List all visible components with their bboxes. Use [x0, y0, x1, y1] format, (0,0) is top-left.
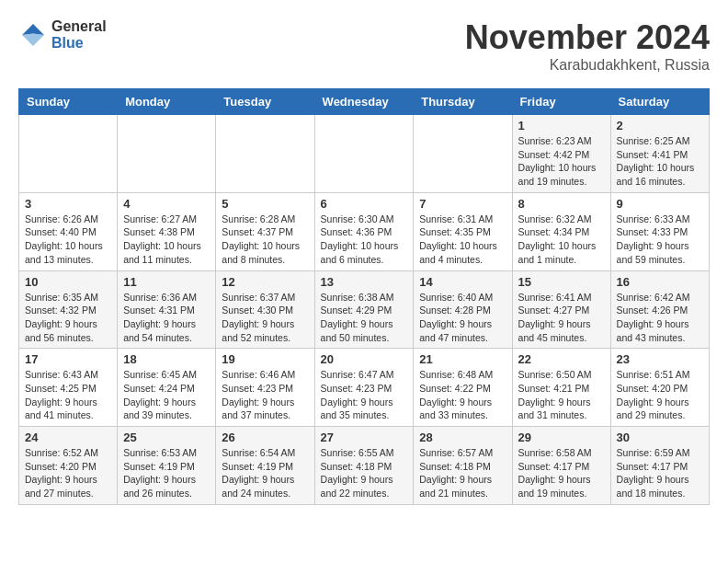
day-detail: Sunrise: 6:51 AM Sunset: 4:20 PM Dayligh… [617, 368, 703, 422]
day-detail: Sunrise: 6:42 AM Sunset: 4:26 PM Dayligh… [617, 291, 703, 345]
day-number: 26 [222, 431, 308, 444]
day-detail: Sunrise: 6:33 AM Sunset: 4:33 PM Dayligh… [617, 213, 703, 267]
calendar-cell: 30Sunrise: 6:59 AM Sunset: 4:17 PM Dayli… [610, 427, 709, 505]
day-detail: Sunrise: 6:35 AM Sunset: 4:32 PM Dayligh… [25, 291, 111, 345]
day-number: 5 [222, 197, 308, 211]
day-detail: Sunrise: 6:47 AM Sunset: 4:23 PM Dayligh… [321, 368, 408, 422]
day-number: 12 [222, 275, 308, 289]
day-number: 1 [518, 119, 605, 132]
calendar-header-sunday: Sunday [19, 89, 118, 115]
calendar-cell: 6Sunrise: 6:30 AM Sunset: 4:36 PM Daylig… [314, 192, 414, 270]
day-detail: Sunrise: 6:57 AM Sunset: 4:18 PM Dayligh… [419, 446, 506, 500]
day-detail: Sunrise: 6:30 AM Sunset: 4:36 PM Dayligh… [321, 213, 408, 267]
calendar-cell: 13Sunrise: 6:38 AM Sunset: 4:29 PM Dayli… [314, 270, 414, 349]
logo-general-label: General [51, 18, 107, 35]
calendar-cell: 25Sunrise: 6:53 AM Sunset: 4:19 PM Dayli… [118, 427, 216, 505]
day-detail: Sunrise: 6:48 AM Sunset: 4:22 PM Dayligh… [419, 368, 506, 422]
calendar-cell: 23Sunrise: 6:51 AM Sunset: 4:20 PM Dayli… [610, 349, 709, 427]
day-detail: Sunrise: 6:28 AM Sunset: 4:37 PM Dayligh… [222, 213, 308, 267]
day-number: 15 [518, 275, 605, 289]
day-detail: Sunrise: 6:26 AM Sunset: 4:40 PM Dayligh… [25, 213, 111, 267]
day-number: 20 [321, 352, 408, 366]
calendar-cell: 16Sunrise: 6:42 AM Sunset: 4:26 PM Dayli… [610, 270, 709, 349]
day-number: 18 [123, 352, 210, 366]
day-detail: Sunrise: 6:59 AM Sunset: 4:17 PM Dayligh… [617, 446, 703, 500]
calendar-cell: 7Sunrise: 6:31 AM Sunset: 4:35 PM Daylig… [414, 192, 512, 270]
calendar-cell: 9Sunrise: 6:33 AM Sunset: 4:33 PM Daylig… [610, 192, 709, 270]
calendar-cell: 26Sunrise: 6:54 AM Sunset: 4:19 PM Dayli… [216, 427, 314, 505]
calendar-cell: 27Sunrise: 6:55 AM Sunset: 4:18 PM Dayli… [314, 427, 414, 505]
calendar-cell: 15Sunrise: 6:41 AM Sunset: 4:27 PM Dayli… [512, 270, 610, 349]
calendar-cell [216, 115, 314, 193]
calendar-cell: 1Sunrise: 6:23 AM Sunset: 4:42 PM Daylig… [512, 115, 610, 193]
calendar-cell: 11Sunrise: 6:36 AM Sunset: 4:31 PM Dayli… [118, 270, 216, 349]
day-detail: Sunrise: 6:41 AM Sunset: 4:27 PM Dayligh… [518, 291, 605, 345]
calendar-cell: 24Sunrise: 6:52 AM Sunset: 4:20 PM Dayli… [19, 427, 118, 505]
calendar-cell [414, 115, 512, 193]
calendar-header-friday: Friday [512, 89, 610, 115]
month-title: November 2024 [465, 18, 710, 57]
calendar-cell [118, 115, 216, 193]
day-detail: Sunrise: 6:52 AM Sunset: 4:20 PM Dayligh… [25, 446, 111, 500]
logo-blue-label: Blue [51, 35, 107, 52]
day-detail: Sunrise: 6:46 AM Sunset: 4:23 PM Dayligh… [222, 368, 308, 422]
day-detail: Sunrise: 6:58 AM Sunset: 4:17 PM Dayligh… [518, 446, 605, 500]
day-number: 11 [123, 275, 210, 289]
day-detail: Sunrise: 6:37 AM Sunset: 4:30 PM Dayligh… [222, 291, 308, 345]
day-number: 9 [617, 197, 703, 211]
calendar-week-row: 24Sunrise: 6:52 AM Sunset: 4:20 PM Dayli… [19, 427, 710, 505]
calendar-header-monday: Monday [118, 89, 216, 115]
calendar-cell: 8Sunrise: 6:32 AM Sunset: 4:34 PM Daylig… [512, 192, 610, 270]
calendar-cell: 22Sunrise: 6:50 AM Sunset: 4:21 PM Dayli… [512, 349, 610, 427]
svg-marker-1 [22, 33, 44, 46]
calendar-header-thursday: Thursday [414, 89, 512, 115]
header: General Blue November 2024 Karabudakhken… [18, 18, 710, 74]
calendar-cell: 20Sunrise: 6:47 AM Sunset: 4:23 PM Dayli… [314, 349, 414, 427]
day-detail: Sunrise: 6:23 AM Sunset: 4:42 PM Dayligh… [518, 134, 605, 189]
day-detail: Sunrise: 6:43 AM Sunset: 4:25 PM Dayligh… [25, 368, 111, 422]
calendar-cell: 17Sunrise: 6:43 AM Sunset: 4:25 PM Dayli… [19, 349, 118, 427]
day-number: 6 [321, 197, 408, 211]
calendar-cell: 18Sunrise: 6:45 AM Sunset: 4:24 PM Dayli… [118, 349, 216, 427]
calendar-cell: 5Sunrise: 6:28 AM Sunset: 4:37 PM Daylig… [216, 192, 314, 270]
logo-icon [18, 20, 48, 50]
day-number: 21 [419, 352, 506, 366]
day-number: 8 [518, 197, 605, 211]
day-number: 17 [25, 352, 111, 366]
day-detail: Sunrise: 6:32 AM Sunset: 4:34 PM Dayligh… [518, 213, 605, 267]
calendar-header-tuesday: Tuesday [216, 89, 314, 115]
title-area: November 2024 Karabudakhkent, Russia [465, 18, 710, 74]
calendar-week-row: 3Sunrise: 6:26 AM Sunset: 4:40 PM Daylig… [19, 192, 710, 270]
calendar-cell: 2Sunrise: 6:25 AM Sunset: 4:41 PM Daylig… [610, 115, 709, 193]
day-number: 25 [123, 431, 210, 444]
day-number: 16 [617, 275, 703, 289]
day-detail: Sunrise: 6:25 AM Sunset: 4:41 PM Dayligh… [617, 134, 703, 189]
day-detail: Sunrise: 6:50 AM Sunset: 4:21 PM Dayligh… [518, 368, 605, 422]
day-number: 27 [321, 431, 408, 444]
day-number: 13 [321, 275, 408, 289]
svg-marker-0 [22, 24, 44, 35]
day-detail: Sunrise: 6:55 AM Sunset: 4:18 PM Dayligh… [321, 446, 408, 500]
day-detail: Sunrise: 6:27 AM Sunset: 4:38 PM Dayligh… [123, 213, 210, 267]
day-detail: Sunrise: 6:53 AM Sunset: 4:19 PM Dayligh… [123, 446, 210, 500]
day-detail: Sunrise: 6:38 AM Sunset: 4:29 PM Dayligh… [321, 291, 408, 345]
calendar-cell: 29Sunrise: 6:58 AM Sunset: 4:17 PM Dayli… [512, 427, 610, 505]
day-number: 2 [617, 119, 703, 132]
calendar-week-row: 17Sunrise: 6:43 AM Sunset: 4:25 PM Dayli… [19, 349, 710, 427]
day-number: 30 [617, 431, 703, 444]
day-detail: Sunrise: 6:31 AM Sunset: 4:35 PM Dayligh… [419, 213, 506, 267]
day-number: 22 [518, 352, 605, 366]
day-number: 14 [419, 275, 506, 289]
calendar-cell: 21Sunrise: 6:48 AM Sunset: 4:22 PM Dayli… [414, 349, 512, 427]
calendar-week-row: 10Sunrise: 6:35 AM Sunset: 4:32 PM Dayli… [19, 270, 710, 349]
calendar-cell: 12Sunrise: 6:37 AM Sunset: 4:30 PM Dayli… [216, 270, 314, 349]
calendar-header-saturday: Saturday [610, 89, 709, 115]
calendar-cell: 28Sunrise: 6:57 AM Sunset: 4:18 PM Dayli… [414, 427, 512, 505]
day-number: 24 [25, 431, 111, 444]
day-number: 10 [25, 275, 111, 289]
day-detail: Sunrise: 6:45 AM Sunset: 4:24 PM Dayligh… [123, 368, 210, 422]
day-number: 19 [222, 352, 308, 366]
calendar-cell: 10Sunrise: 6:35 AM Sunset: 4:32 PM Dayli… [19, 270, 118, 349]
calendar-cell [19, 115, 118, 193]
logo-text: General Blue [51, 18, 107, 51]
